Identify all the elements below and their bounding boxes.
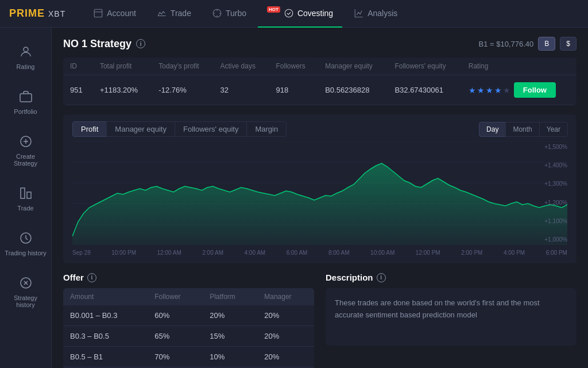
nav-item-covesting[interactable]: HOT Covesting — [258, 0, 342, 28]
y-label-3: +1,300% — [544, 181, 567, 187]
nav-item-analysis[interactable]: Analysis — [345, 0, 407, 28]
x-label-6am: 6:00 AM — [287, 250, 308, 256]
offer-col-follower: Follower — [148, 288, 203, 305]
description-section: Description i These trades are done base… — [326, 273, 577, 368]
cell-total-profit: +1183.20% — [93, 75, 152, 105]
y-label-5: +1,100% — [544, 218, 567, 224]
nav-items: Account Trade Turbo HOT Covesting Analys… — [84, 0, 579, 28]
offer-manager-1: 20% — [257, 305, 314, 326]
offer-follower-1: 60% — [148, 305, 203, 326]
app-logo: PRIME XBT — [9, 7, 65, 20]
profit-chart — [72, 141, 567, 245]
portfolio-icon — [18, 89, 34, 105]
x-axis-labels: Sep 28 10:00 PM 12:00 AM 2:00 AM 4:00 AM… — [72, 247, 567, 256]
currency-btn-s[interactable]: $ — [560, 37, 577, 51]
sidebar-label-trade: Trade — [17, 205, 33, 212]
offer-follower-3: 70% — [148, 347, 203, 367]
follow-button[interactable]: Follow — [514, 82, 556, 98]
nav-label-covesting: Covesting — [297, 9, 333, 18]
sidebar-item-strategy-history[interactable]: Strategy history — [0, 268, 51, 315]
star-4: ★ — [494, 86, 502, 95]
chart-container: +1,500% +1,400% +1,300% +1,200% +1,100% … — [72, 141, 567, 256]
time-tab-day[interactable]: Day — [479, 122, 506, 137]
chart-tab-followers-equity[interactable]: Followers' equity — [175, 121, 247, 137]
x-label-8am: 8:00 AM — [328, 250, 350, 256]
y-label-2: +1,400% — [544, 162, 567, 168]
offer-col-amount: Amount — [63, 288, 148, 305]
chart-tab-manager-equity[interactable]: Manager equity — [106, 121, 175, 137]
y-label-6: +1,000% — [544, 236, 567, 243]
trading-history-icon — [18, 230, 34, 246]
col-header-followers-equity: Followers' equity — [388, 57, 461, 75]
time-tab-year[interactable]: Year — [539, 122, 568, 137]
offer-row-2: B0.3 – B0.5 65% 15% 20% — [63, 326, 314, 347]
nav-label-account: Account — [107, 9, 136, 18]
nav-item-trade[interactable]: Trade — [148, 0, 200, 28]
cell-followers-equity: B32.67430061 — [388, 75, 461, 105]
svg-point-4 — [24, 47, 28, 52]
offer-info-icon[interactable]: i — [87, 273, 96, 282]
offer-manager-2: 20% — [257, 326, 314, 347]
x-label-2am: 2:00 AM — [202, 250, 223, 256]
time-tab-month[interactable]: Month — [505, 122, 539, 137]
x-label-10pm: 10:00 PM — [111, 250, 136, 256]
cell-followers: 918 — [269, 75, 319, 105]
sidebar-item-rating[interactable]: Rating — [0, 37, 51, 77]
svg-point-3 — [285, 9, 293, 17]
sidebar-label-strategy-history: Strategy history — [5, 294, 47, 308]
chart-tab-margin[interactable]: Margin — [246, 121, 287, 137]
sidebar-label-trading-history: Trading history — [5, 250, 46, 256]
sidebar: Rating Portfolio Create Strategy Trade T… — [0, 28, 52, 368]
nav-item-account[interactable]: Account — [84, 0, 145, 28]
main-content: NO 1 Strategy i B1 = $10,776.40 B $ ID T… — [52, 28, 588, 368]
chart-tabs: Profit Manager equity Followers' equity … — [72, 121, 567, 137]
offer-table: Amount Follower Platform Manager B0.001 … — [63, 288, 314, 368]
strategy-history-icon — [18, 275, 34, 291]
y-axis-labels: +1,500% +1,400% +1,300% +1,200% +1,100% … — [544, 141, 567, 245]
col-header-active-days: Active days — [214, 57, 269, 75]
col-header-rating: Rating — [462, 57, 577, 75]
chart-tab-group: Profit Manager equity Followers' equity … — [72, 121, 286, 137]
cell-manager-equity: B0.56236828 — [318, 75, 388, 105]
offer-title: Offer i — [63, 273, 314, 282]
strategy-name: NO 1 Strategy — [63, 38, 131, 50]
create-strategy-icon — [18, 133, 34, 150]
chart-area — [72, 163, 567, 245]
svg-rect-0 — [95, 9, 103, 17]
offer-section: Offer i Amount Follower Platform Manager — [63, 273, 314, 368]
chart-tab-profit[interactable]: Profit — [72, 121, 107, 137]
x-label-4am: 4:00 AM — [244, 250, 265, 256]
sidebar-item-trading-history[interactable]: Trading history — [0, 223, 51, 263]
description-title: Description i — [326, 273, 577, 282]
strategy-header: NO 1 Strategy i B1 = $10,776.40 B $ — [63, 37, 577, 51]
sidebar-item-trade[interactable]: Trade — [0, 178, 51, 218]
svg-rect-5 — [20, 94, 32, 102]
btc-rate-value: B1 = $10,776.40 — [479, 40, 534, 48]
strategy-info-icon[interactable]: i — [136, 39, 145, 48]
offer-amount-1: B0.001 – B0.3 — [63, 305, 148, 326]
time-tab-group: Day Month Year — [479, 122, 567, 137]
x-label-6pm: 6:00 PM — [546, 250, 567, 256]
x-label-12pm: 12:00 PM — [416, 250, 440, 256]
y-label-4: +1,200% — [544, 200, 567, 206]
offer-platform-3: 10% — [203, 347, 257, 367]
star-5: ★ — [503, 86, 510, 95]
turbo-icon — [212, 8, 222, 18]
y-label-1: +1,500% — [544, 144, 567, 150]
description-info-icon[interactable]: i — [377, 273, 386, 282]
offer-manager-3: 20% — [257, 347, 314, 367]
nav-label-analysis: Analysis — [368, 9, 397, 18]
x-label-4pm: 4:00 PM — [504, 250, 525, 256]
offer-platform-2: 15% — [203, 326, 257, 347]
col-header-manager-equity: Manager equity — [318, 57, 388, 75]
offer-amount-2: B0.3 – B0.5 — [63, 326, 148, 347]
sidebar-label-rating: Rating — [17, 63, 35, 70]
nav-item-turbo[interactable]: Turbo — [203, 0, 256, 28]
x-label-10am: 10:00 AM — [370, 250, 394, 256]
offer-follower-2: 65% — [148, 326, 203, 347]
currency-btn-b[interactable]: B — [538, 37, 555, 51]
covesting-icon — [284, 8, 294, 18]
sidebar-item-portfolio[interactable]: Portfolio — [0, 82, 51, 122]
table-row: 951 +1183.20% -12.76% 32 918 B0.56236828… — [63, 75, 577, 105]
sidebar-item-create-strategy[interactable]: Create Strategy — [0, 126, 51, 174]
